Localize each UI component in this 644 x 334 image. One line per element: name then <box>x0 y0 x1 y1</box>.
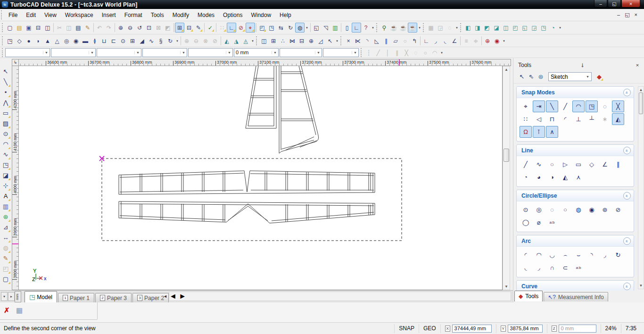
arc-tangent-line-icon[interactable]: ⌣ <box>572 249 585 261</box>
snap-arc-center-icon[interactable]: ◠ <box>572 100 585 112</box>
arc-rotated-icon[interactable]: ↻ <box>612 249 624 261</box>
elbow-icon[interactable]: ∟ <box>421 36 431 46</box>
menu-help[interactable]: Help <box>275 10 296 20</box>
copy-icon[interactable]: ◫ <box>64 23 74 33</box>
toolbar-grip[interactable] <box>376 23 378 32</box>
zoom-out-icon[interactable]: ⊖ <box>125 23 135 33</box>
paste-icon[interactable]: ▤ <box>74 23 83 33</box>
facet-delete-icon[interactable]: ◬ <box>241 36 250 46</box>
align-icon[interactable]: ≡ <box>462 36 471 46</box>
line-tool-icon[interactable]: ╲ <box>0 77 11 87</box>
menu-file[interactable]: File <box>4 10 22 20</box>
snap-workplane-icon[interactable]: ◳ <box>586 100 598 112</box>
save-icon[interactable]: ▣ <box>24 23 33 33</box>
dimension-tool-icon[interactable]: ↔ <box>0 233 11 243</box>
edit-tool-icon[interactable]: ✎ <box>194 23 203 33</box>
cube-view-icon[interactable]: ◳ <box>267 23 276 33</box>
circle-tool-icon[interactable]: ⊙ <box>0 129 11 139</box>
view-right-icon[interactable]: ◰ <box>511 23 520 33</box>
line-tangent-from-arc-icon[interactable]: ◕ <box>533 171 545 183</box>
hemisphere-icon[interactable]: ◗ <box>33 36 43 46</box>
modify-drop-icon[interactable]: ▾ <box>502 36 506 46</box>
menu-insert[interactable]: Insert <box>98 10 120 20</box>
line-rotated-rectangle-icon[interactable]: ◇ <box>586 159 598 170</box>
pen-width-combo[interactable]: 0 mm▼ <box>234 48 279 57</box>
spell-check-icon[interactable]: ✓ <box>206 23 215 33</box>
open-icon[interactable]: ▤ <box>15 23 24 33</box>
y-coordinate-field[interactable]: 3875,84 mm <box>508 325 543 333</box>
symbols-tool-icon[interactable]: ⊛ <box>0 212 11 222</box>
pick-point-icon[interactable]: ↖ <box>325 36 335 46</box>
part-builder-icon[interactable]: ⊕ <box>483 36 492 46</box>
panel-scroll-thumb[interactable] <box>639 92 643 114</box>
local-snap-circle2-icon[interactable]: ○ <box>421 48 430 58</box>
property-combo-7[interactable]: ▼ <box>280 48 322 57</box>
multi-trim-icon[interactable]: ∥ <box>381 36 391 46</box>
selection-marquee[interactable] <box>99 156 402 241</box>
local-snap-cross-icon[interactable]: ╳ <box>402 48 411 58</box>
rectangular-array-icon[interactable]: ⊞ <box>269 36 278 46</box>
arc-tangent-two-icon[interactable]: ◞ <box>533 262 545 274</box>
view-front-icon[interactable]: ◱ <box>520 23 529 33</box>
facet-edit-icon[interactable]: ◮ <box>231 36 241 46</box>
property-combo-8[interactable]: ▼ <box>323 48 359 57</box>
extend-icon[interactable]: ↰ <box>410 36 419 46</box>
style-combo[interactable]: Sketch ▼ <box>548 72 592 81</box>
snap-angle-icon[interactable]: ∧ <box>546 126 558 138</box>
snap-perpendicular-icon[interactable]: ⊥ <box>572 113 585 125</box>
print-icon[interactable]: ⊟ <box>33 23 43 33</box>
circle-two-point-icon[interactable]: ◌ <box>546 204 558 216</box>
line-tangent-two-arcs-icon[interactable]: ◑ <box>546 171 558 183</box>
toolbar-grip[interactable] <box>460 23 462 32</box>
disc-icon[interactable]: ⊙ <box>118 36 128 46</box>
line-perpendicular-icon[interactable]: ∠ <box>599 159 611 170</box>
local-snap-vertical-icon[interactable]: │ <box>383 48 392 58</box>
construction-tool-icon[interactable]: ▨ <box>0 118 11 129</box>
tab-scroll-left-icon[interactable]: ◄ <box>162 292 168 301</box>
panel-tab-tools[interactable]: ◆Tools <box>514 291 543 301</box>
collapse-chevron-icon[interactable]: » <box>623 237 631 245</box>
workplane-by-face-icon[interactable]: ⊞ <box>175 23 184 33</box>
restore-button[interactable]: ◱ <box>608 0 621 8</box>
array-copy-icon[interactable]: ⊟ <box>297 36 306 46</box>
snap-facet-icon[interactable]: ◭ <box>612 113 624 125</box>
snap-toggle[interactable]: SNAP <box>394 324 419 333</box>
vertical-scroll-thumb[interactable] <box>504 149 509 162</box>
panel-world-icon[interactable]: ⊛ <box>536 72 545 82</box>
draft-render-icon[interactable]: ◍ <box>295 23 305 33</box>
slice-icon[interactable]: ⊘ <box>210 36 220 46</box>
rotated-ellipse-icon[interactable]: ⌀ <box>533 217 545 228</box>
panel-tab-measurement-info[interactable]: ↖?Measurement Info <box>544 292 608 301</box>
toolbar-grip[interactable] <box>423 23 425 32</box>
stretch-icon[interactable]: ○ <box>400 36 410 46</box>
chamfer-two-lines-icon[interactable]: ∠ <box>450 36 459 46</box>
view-drop-icon[interactable]: ▾ <box>558 23 562 33</box>
arc-1-2-3-icon[interactable]: ◝ <box>586 249 598 261</box>
rotated-box-icon[interactable]: ◇ <box>15 36 24 46</box>
scroll-left-icon[interactable]: ◄ <box>169 292 177 300</box>
box-3d-tool-icon[interactable]: ◳ <box>0 160 11 170</box>
cone-icon[interactable]: ▲ <box>43 36 52 46</box>
text-tool-icon[interactable]: A <box>0 191 11 201</box>
scroll-down-icon[interactable]: ▼ <box>638 284 644 288</box>
no-snap-icon[interactable]: ⊘ <box>236 23 246 33</box>
mdi-minimize-button[interactable]: – <box>617 12 620 17</box>
rotated-torus-icon[interactable]: ◉ <box>71 36 81 46</box>
zoom-selection-icon[interactable]: ◩ <box>163 23 173 33</box>
arc-start-end-icon[interactable]: ⌢ <box>559 249 571 261</box>
sheet-tab-paper-[interactable]: 1Paper 1 <box>58 293 94 302</box>
drawing-canvas[interactable]: Y Z x <box>19 66 503 290</box>
snap-intersection-icon[interactable]: ╳ <box>612 100 624 112</box>
extract-part-icon[interactable]: ◹ <box>321 23 330 33</box>
fillet-icon[interactable]: ◝ <box>363 36 372 46</box>
fixed-ratio-arc-icon[interactable]: a:b <box>572 262 585 274</box>
scroll-up-icon[interactable]: ▲ <box>638 88 644 92</box>
canvas-vertical-scrollbar[interactable]: ▲ ▼ <box>503 66 510 290</box>
line-rectangle-icon[interactable]: ▭ <box>572 159 585 170</box>
select-fence-icon[interactable]: ▦ <box>426 23 436 33</box>
cancel-icon[interactable]: ✗ <box>4 306 10 315</box>
local-snap-drop-icon[interactable]: ▾ <box>439 48 444 58</box>
point-tool-icon[interactable]: • <box>0 87 11 98</box>
snap-tangent-icon[interactable]: ◜ <box>559 113 571 125</box>
circle-concentric-icon[interactable]: ◎ <box>533 204 545 216</box>
